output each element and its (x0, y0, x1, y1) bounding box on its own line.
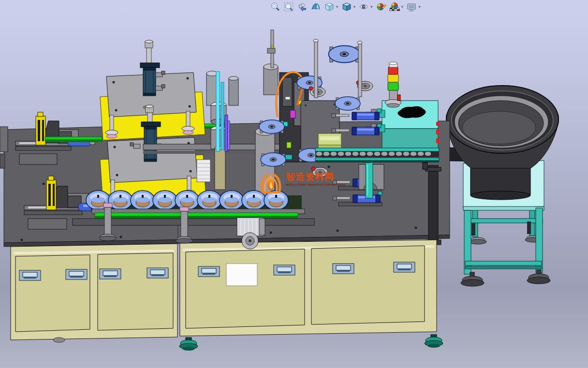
cam-disc (335, 97, 360, 110)
display-style-dropdown[interactable]: ▾ (353, 1, 356, 12)
view-orientation-dropdown[interactable]: ▾ (336, 1, 338, 12)
tower-light-green (388, 82, 398, 90)
cam-disc (261, 153, 286, 166)
heads-up-view-toolbar: ▾ ▾ ▾ ▾ ▾ (270, 0, 421, 13)
tower-light-yellow (388, 74, 398, 82)
tower-light-red (388, 67, 398, 74)
display-style-icon[interactable] (341, 1, 352, 12)
zoom-to-fit-icon[interactable] (270, 1, 280, 12)
leveling-foot (425, 335, 443, 348)
signal-tower-light (385, 62, 401, 107)
cam-disc (259, 120, 284, 133)
zoom-to-area-icon[interactable] (283, 1, 294, 12)
machine-3d-view[interactable] (0, 0, 588, 368)
leveling-foot (179, 338, 198, 351)
cam-disc (329, 46, 360, 63)
view-orientation-icon[interactable] (324, 1, 335, 12)
paper-label (226, 264, 257, 286)
edit-appearance-icon[interactable] (376, 1, 386, 12)
cabinet-door[interactable] (186, 249, 305, 328)
apply-scene-dropdown[interactable]: ▾ (401, 1, 404, 12)
previous-view-icon[interactable] (297, 1, 308, 12)
apply-scene-icon[interactable] (389, 1, 400, 12)
cabinet-door[interactable] (311, 246, 425, 324)
view-settings-dropdown[interactable]: ▾ (418, 1, 421, 12)
stand-foot (527, 270, 550, 284)
cabinet-door[interactable] (98, 253, 173, 330)
machine-cabinet (11, 240, 443, 351)
hide-show-items-icon[interactable] (358, 1, 369, 12)
section-view-icon[interactable] (310, 1, 321, 12)
cad-viewport[interactable]: ▾ ▾ ▾ ▾ ▾ (0, 0, 588, 368)
cabinet-door[interactable] (15, 255, 90, 332)
view-settings-icon[interactable] (406, 1, 417, 12)
hide-show-items-dropdown[interactable]: ▾ (370, 1, 373, 12)
